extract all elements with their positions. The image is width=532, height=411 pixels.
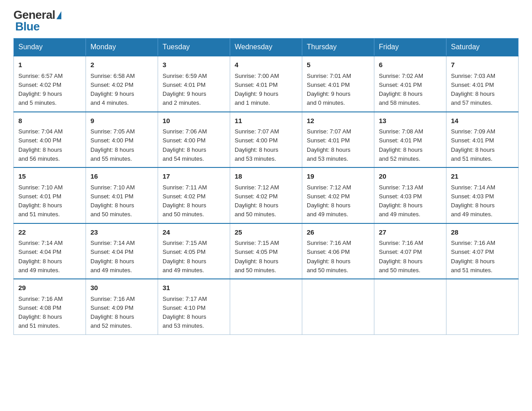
day-info: Sunrise: 7:06 AMSunset: 4:00 PMDaylight:… (163, 128, 207, 162)
day-info: Sunrise: 7:16 AMSunset: 4:09 PMDaylight:… (90, 295, 135, 330)
day-number: 13 (379, 116, 442, 126)
day-number: 27 (379, 227, 442, 238)
day-info: Sunrise: 6:59 AMSunset: 4:01 PMDaylight:… (163, 73, 207, 107)
day-info: Sunrise: 7:09 AMSunset: 4:01 PMDaylight:… (451, 128, 495, 162)
day-info: Sunrise: 7:10 AMSunset: 4:01 PMDaylight:… (90, 184, 135, 218)
calendar-cell: 10 Sunrise: 7:06 AMSunset: 4:00 PMDaylig… (158, 112, 230, 168)
calendar-week-row: 1 Sunrise: 6:57 AMSunset: 4:02 PMDayligh… (14, 56, 519, 112)
calendar-cell: 2 Sunrise: 6:58 AMSunset: 4:02 PMDayligh… (86, 56, 158, 112)
calendar-cell: 12 Sunrise: 7:07 AMSunset: 4:01 PMDaylig… (302, 112, 374, 168)
weekday-header-thursday: Thursday (302, 39, 374, 56)
day-number: 18 (235, 171, 297, 182)
day-number: 26 (307, 227, 369, 238)
day-info: Sunrise: 7:11 AMSunset: 4:02 PMDaylight:… (163, 184, 207, 218)
calendar-cell: 19 Sunrise: 7:12 AMSunset: 4:02 PMDaylig… (302, 167, 374, 223)
day-number: 21 (451, 171, 514, 182)
day-number: 19 (307, 171, 369, 182)
calendar-cell: 5 Sunrise: 7:01 AMSunset: 4:01 PMDayligh… (302, 56, 374, 112)
calendar-cell: 30 Sunrise: 7:16 AMSunset: 4:09 PMDaylig… (86, 279, 158, 334)
calendar-cell: 24 Sunrise: 7:15 AMSunset: 4:05 PMDaylig… (158, 223, 230, 279)
day-info: Sunrise: 7:13 AMSunset: 4:03 PMDaylight:… (379, 184, 423, 218)
day-number: 16 (90, 171, 153, 182)
day-info: Sunrise: 7:04 AMSunset: 4:00 PMDaylight:… (18, 128, 63, 162)
day-number: 12 (307, 116, 369, 126)
day-info: Sunrise: 6:58 AMSunset: 4:02 PMDaylight:… (90, 73, 135, 107)
calendar-cell: 28 Sunrise: 7:16 AMSunset: 4:07 PMDaylig… (446, 223, 519, 279)
weekday-header-monday: Monday (86, 39, 158, 56)
calendar-week-row: 15 Sunrise: 7:10 AMSunset: 4:01 PMDaylig… (14, 167, 519, 223)
day-info: Sunrise: 7:16 AMSunset: 4:06 PMDaylight:… (307, 240, 351, 274)
calendar-cell: 29 Sunrise: 7:16 AMSunset: 4:08 PMDaylig… (14, 279, 86, 334)
calendar-cell: 31 Sunrise: 7:17 AMSunset: 4:10 PMDaylig… (158, 279, 230, 334)
calendar-cell: 11 Sunrise: 7:07 AMSunset: 4:00 PMDaylig… (230, 112, 302, 168)
day-number: 3 (163, 60, 225, 70)
day-info: Sunrise: 7:14 AMSunset: 4:03 PMDaylight:… (451, 184, 495, 218)
calendar-cell: 27 Sunrise: 7:16 AMSunset: 4:07 PMDaylig… (374, 223, 446, 279)
day-number: 2 (90, 60, 153, 70)
calendar-cell: 7 Sunrise: 7:03 AMSunset: 4:01 PMDayligh… (446, 56, 519, 112)
logo-triangle-icon (56, 11, 61, 19)
day-number: 17 (163, 171, 225, 182)
calendar-cell: 26 Sunrise: 7:16 AMSunset: 4:06 PMDaylig… (302, 223, 374, 279)
calendar-cell (374, 279, 446, 334)
calendar-cell: 20 Sunrise: 7:13 AMSunset: 4:03 PMDaylig… (374, 167, 446, 223)
page-header: General Blue (13, 9, 519, 34)
calendar-cell (302, 279, 374, 334)
calendar-cell (230, 279, 302, 334)
calendar-cell: 1 Sunrise: 6:57 AMSunset: 4:02 PMDayligh… (14, 56, 86, 112)
day-info: Sunrise: 7:17 AMSunset: 4:10 PMDaylight:… (163, 295, 207, 330)
day-number: 11 (235, 116, 297, 126)
day-number: 14 (451, 116, 514, 126)
day-number: 20 (379, 171, 442, 182)
weekday-header-sunday: Sunday (14, 39, 86, 56)
day-number: 6 (379, 60, 442, 70)
day-number: 10 (163, 116, 225, 126)
day-number: 24 (163, 227, 225, 238)
logo-general-text: General (13, 9, 55, 21)
day-info: Sunrise: 7:12 AMSunset: 4:02 PMDaylight:… (307, 184, 351, 218)
calendar-cell: 15 Sunrise: 7:10 AMSunset: 4:01 PMDaylig… (14, 167, 86, 223)
calendar-table: SundayMondayTuesdayWednesdayThursdayFrid… (13, 38, 519, 335)
day-info: Sunrise: 7:00 AMSunset: 4:01 PMDaylight:… (235, 73, 279, 107)
weekday-header-wednesday: Wednesday (230, 39, 302, 56)
day-number: 5 (307, 60, 369, 70)
calendar-cell: 25 Sunrise: 7:15 AMSunset: 4:05 PMDaylig… (230, 223, 302, 279)
calendar-cell: 22 Sunrise: 7:14 AMSunset: 4:04 PMDaylig… (14, 223, 86, 279)
day-number: 9 (90, 116, 153, 126)
calendar-cell: 21 Sunrise: 7:14 AMSunset: 4:03 PMDaylig… (446, 167, 519, 223)
day-info: Sunrise: 7:07 AMSunset: 4:01 PMDaylight:… (307, 128, 351, 162)
calendar-week-row: 29 Sunrise: 7:16 AMSunset: 4:08 PMDaylig… (14, 279, 519, 334)
day-info: Sunrise: 7:07 AMSunset: 4:00 PMDaylight:… (235, 128, 279, 162)
day-number: 15 (18, 171, 81, 182)
calendar-cell (446, 279, 519, 334)
day-number: 22 (18, 227, 81, 238)
day-number: 23 (90, 227, 153, 238)
day-info: Sunrise: 7:14 AMSunset: 4:04 PMDaylight:… (90, 240, 135, 274)
day-number: 4 (235, 60, 297, 70)
day-info: Sunrise: 7:03 AMSunset: 4:01 PMDaylight:… (451, 73, 495, 107)
weekday-header-friday: Friday (374, 39, 446, 56)
calendar-week-row: 22 Sunrise: 7:14 AMSunset: 4:04 PMDaylig… (14, 223, 519, 279)
day-info: Sunrise: 7:08 AMSunset: 4:01 PMDaylight:… (379, 128, 423, 162)
day-info: Sunrise: 7:15 AMSunset: 4:05 PMDaylight:… (235, 240, 279, 274)
calendar-cell: 6 Sunrise: 7:02 AMSunset: 4:01 PMDayligh… (374, 56, 446, 112)
day-number: 31 (163, 283, 225, 293)
day-number: 7 (451, 60, 514, 70)
calendar-cell: 8 Sunrise: 7:04 AMSunset: 4:00 PMDayligh… (14, 112, 86, 168)
day-number: 29 (18, 283, 81, 293)
day-number: 28 (451, 227, 514, 238)
calendar-cell: 9 Sunrise: 7:05 AMSunset: 4:00 PMDayligh… (86, 112, 158, 168)
day-info: Sunrise: 7:14 AMSunset: 4:04 PMDaylight:… (18, 240, 63, 274)
day-info: Sunrise: 7:16 AMSunset: 4:07 PMDaylight:… (379, 240, 423, 274)
day-info: Sunrise: 7:10 AMSunset: 4:01 PMDaylight:… (18, 184, 63, 218)
day-info: Sunrise: 7:01 AMSunset: 4:01 PMDaylight:… (307, 73, 351, 107)
calendar-cell: 16 Sunrise: 7:10 AMSunset: 4:01 PMDaylig… (86, 167, 158, 223)
logo: General Blue (13, 9, 61, 34)
calendar-cell: 13 Sunrise: 7:08 AMSunset: 4:01 PMDaylig… (374, 112, 446, 168)
calendar-week-row: 8 Sunrise: 7:04 AMSunset: 4:00 PMDayligh… (14, 112, 519, 168)
day-info: Sunrise: 7:16 AMSunset: 4:07 PMDaylight:… (451, 240, 495, 274)
day-number: 8 (18, 116, 81, 126)
day-number: 30 (90, 283, 153, 293)
day-info: Sunrise: 6:57 AMSunset: 4:02 PMDaylight:… (18, 73, 63, 107)
day-info: Sunrise: 7:15 AMSunset: 4:05 PMDaylight:… (163, 240, 207, 274)
